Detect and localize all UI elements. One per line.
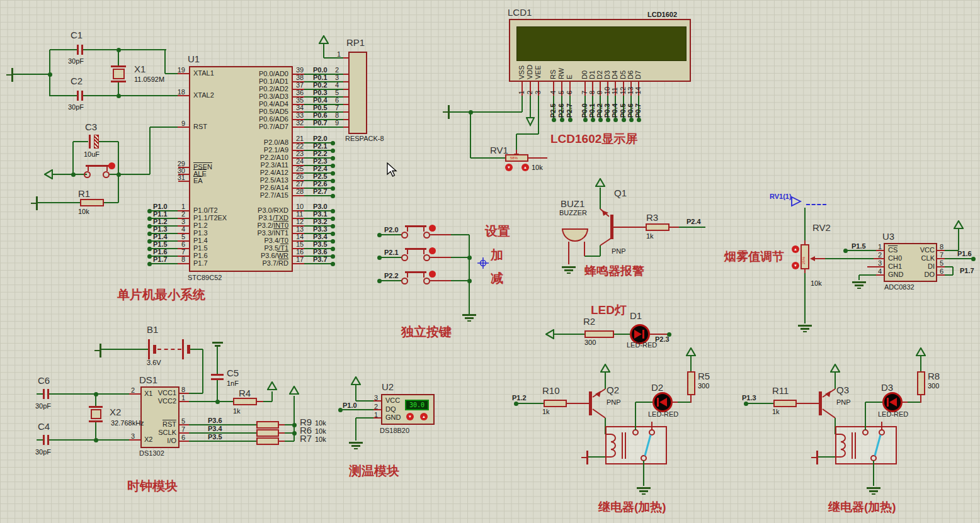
lcd-pin-name: VEE: [535, 65, 542, 79]
resistor-pullup[interactable]: [256, 437, 279, 445]
pin-number: 37: [296, 82, 304, 89]
pin-name: P2.3/A11: [241, 162, 288, 169]
net-label: P3.2: [313, 218, 328, 226]
led-part: LED-RED: [878, 411, 908, 419]
pot-percentage: 25%: [802, 257, 806, 264]
terminal-icon: [100, 344, 101, 357]
net-label: P1.7: [960, 267, 974, 275]
power-arrow-down-icon: [526, 117, 535, 127]
lcd-pin-name: VSS: [518, 65, 526, 79]
wire: [355, 385, 356, 401]
temp-increase-button[interactable]: ▲: [420, 413, 428, 420]
resistor-r3[interactable]: [646, 223, 669, 231]
pin-stub: [867, 266, 884, 267]
pin-name-text: P3.1/TXD: [258, 214, 288, 222]
resistor-ref: R1: [78, 189, 90, 199]
resistor-pullup[interactable]: [256, 429, 279, 437]
relay-internals: [835, 426, 897, 464]
lcd-pin-name: D5: [620, 70, 627, 79]
lcd-pin-number: 5: [558, 91, 566, 94]
crystal-plate: [111, 65, 126, 67]
pot-increase-button[interactable]: ▲: [792, 245, 799, 253]
crystal-body[interactable]: [113, 69, 125, 79]
section-title-relay: 继电器(加热): [828, 501, 896, 514]
pin-name: P2.7/A15: [241, 192, 288, 200]
junction-dot: [331, 262, 335, 266]
wire: [13, 74, 50, 75]
lcd-pin-number: 4: [550, 91, 557, 94]
pin-number: 18: [169, 89, 185, 96]
resistor-ref: R8: [928, 371, 940, 381]
pin-name: P2.1/A9: [241, 147, 288, 154]
wire: [600, 188, 601, 209]
relay-base-resistor[interactable]: [773, 400, 797, 407]
key-actuator[interactable]: [429, 271, 436, 278]
junction-dot: [331, 224, 335, 228]
pin-stub: [343, 104, 348, 105]
crystal-body[interactable]: [91, 409, 101, 419]
ground-icon: [642, 493, 646, 495]
resistor-pullup[interactable]: [256, 421, 279, 429]
temp-decrease-button[interactable]: ▼: [406, 413, 414, 420]
net-label: P1.5: [153, 241, 168, 249]
wire: [651, 422, 652, 429]
schematic-canvas[interactable]: C130pFC230pFX111.0592MC310uFR110kU1STC89…: [0, 0, 980, 523]
power-arrow-icon: [319, 35, 329, 45]
resistor-r1[interactable]: [80, 199, 104, 206]
key-actuator[interactable]: [429, 247, 436, 254]
pin-name-overline: RD: [278, 259, 288, 267]
ground-icon: [803, 331, 807, 332]
led-ref: D3: [881, 383, 893, 393]
battery-dash: [157, 349, 181, 350]
pin-name: DO: [906, 271, 935, 279]
pin-name: P1.1/T2EX: [193, 215, 227, 222]
led-arrow-icon: [885, 396, 900, 408]
net-label: P2.4: [313, 166, 328, 173]
junction-dot: [622, 118, 626, 122]
resistor-r4[interactable]: [233, 398, 257, 405]
pin-name: P1.2: [193, 222, 208, 230]
net-label: P2.6: [558, 103, 566, 118]
net-label: P1.1: [153, 211, 168, 218]
pot-increase-button[interactable]: ▲: [521, 164, 529, 171]
buzzer-symbol[interactable]: [562, 228, 588, 242]
resistor-r2[interactable]: [584, 330, 614, 338]
pot-decrease-button[interactable]: ▼: [792, 262, 799, 269]
net-label: P0.5: [620, 103, 627, 118]
pin-number: 36: [296, 89, 304, 97]
wire: [190, 349, 203, 350]
wire: [323, 44, 324, 58]
net-label: P0.0: [313, 67, 328, 74]
net-label: P0.7: [313, 120, 328, 127]
wire: [355, 418, 356, 441]
resistor-value: 300: [928, 383, 939, 390]
pin-number: 25: [296, 166, 304, 173]
power-arrow-left-icon: [545, 329, 554, 339]
relay-vcc-resistor[interactable]: [917, 371, 925, 395]
net-label: P2.0: [384, 227, 399, 234]
net-label: P2.0: [313, 135, 328, 143]
wire: [450, 111, 522, 113]
wire: [99, 141, 118, 142]
net-label: P1.2: [153, 218, 168, 226]
pin-name-overline: T1: [280, 244, 288, 252]
led-arrow-icon: [655, 396, 670, 408]
rp1-respack-body[interactable]: [348, 52, 367, 134]
button-actuator[interactable]: [108, 162, 115, 169]
relay-base-resistor[interactable]: [544, 400, 567, 407]
net-label: P2.6: [313, 181, 328, 188]
pot-decrease-button[interactable]: ▼: [505, 164, 513, 171]
junction-dot: [331, 254, 335, 259]
relay-vcc-resistor[interactable]: [687, 371, 695, 395]
pin-name: DI: [906, 263, 935, 271]
pin-number: 26: [296, 173, 304, 181]
capacitor-plate: [43, 435, 45, 445]
lcd-pin-name: D0: [581, 70, 589, 79]
junction-dot: [598, 118, 603, 122]
pot-ref: RV1: [490, 145, 508, 155]
key-actuator[interactable]: [429, 225, 436, 232]
ground-icon: [354, 448, 358, 449]
pin-stub: [343, 111, 348, 113]
net-label: P3.4: [313, 233, 328, 241]
net-label: P3.4: [208, 425, 222, 433]
